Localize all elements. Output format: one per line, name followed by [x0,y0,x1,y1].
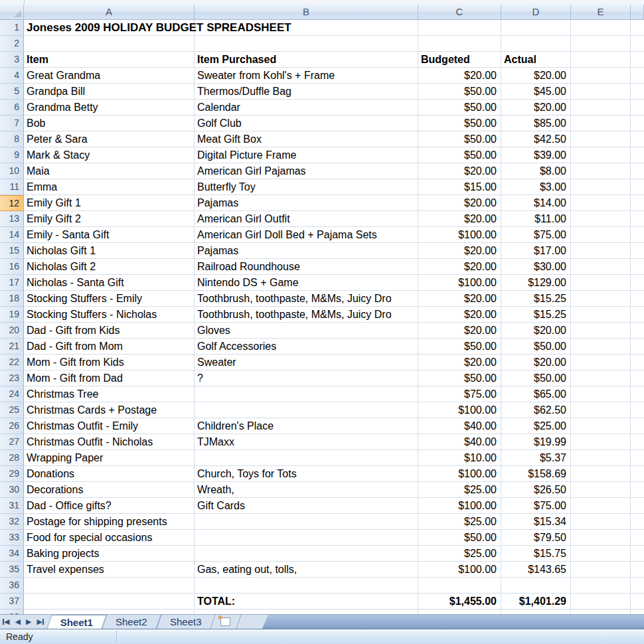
cell-A8[interactable]: Peter & Sara [24,131,195,147]
cell-A36[interactable] [24,578,195,594]
cell-E25[interactable] [571,402,631,418]
column-header-a[interactable]: A [24,5,195,20]
cell-B36[interactable] [195,578,418,594]
cell-B15[interactable]: Pajamas [195,243,418,259]
cell-A27[interactable]: Christmas Outfit - Nicholas [24,434,195,450]
cell-C36[interactable] [418,578,501,594]
cell-B31[interactable]: Gift Cards [195,498,418,514]
cell-A23[interactable]: Mom - Gift from Dad [24,370,195,386]
cell-F26[interactable] [631,418,644,434]
row-header-25[interactable]: 25 [0,402,24,418]
cell-D10[interactable]: $8.00 [501,163,571,179]
cell-F35[interactable] [631,562,644,578]
cell-B29[interactable]: Church, Toys for Tots [195,466,418,482]
cell-A15[interactable]: Nicholas Gift 1 [24,243,195,259]
cell-B28[interactable] [195,450,418,466]
cell-D24[interactable]: $65.00 [501,386,571,402]
cell-B12[interactable]: Pajamas [195,195,418,211]
row-header-3[interactable]: 3 [0,52,24,68]
cell-B2[interactable] [195,36,418,52]
cell-B19[interactable]: Toothbrush, toothpaste, M&Ms, Juicy Dro [195,307,418,323]
row-header-6[interactable]: 6 [0,100,24,116]
cell-F3[interactable] [631,52,644,68]
cell-F20[interactable] [631,323,644,339]
cell-D15[interactable]: $17.00 [501,243,571,259]
cell-F36[interactable] [631,578,644,594]
cell-E36[interactable] [571,578,631,594]
cell-C35[interactable]: $100.00 [418,562,501,578]
row-header-22[interactable]: 22 [0,355,24,370]
cell-E3[interactable] [571,52,631,68]
cell-B16[interactable]: Railroad Roundhouse [195,259,418,275]
cell-A11[interactable]: Emma [24,179,195,195]
cell-E15[interactable] [571,243,631,259]
row-header-36[interactable]: 36 [0,578,24,594]
row-header-7[interactable]: 7 [0,116,24,131]
cell-F7[interactable] [631,116,644,131]
cell-F2[interactable] [631,36,644,52]
cell-B33[interactable] [195,530,418,546]
row-header-30[interactable]: 30 [0,482,24,498]
cell-A4[interactable]: Great Grandma [24,68,195,84]
cell-E21[interactable] [571,339,631,355]
cell-F19[interactable] [631,307,644,323]
cell-F22[interactable] [631,355,644,370]
cell-E35[interactable] [571,562,631,578]
cell-E23[interactable] [571,370,631,386]
cell-A2[interactable] [24,36,195,52]
cell-F16[interactable] [631,259,644,275]
cell-D2[interactable] [501,36,571,52]
row-header-35[interactable]: 35 [0,562,24,578]
cell-B25[interactable] [195,402,418,418]
cell-F29[interactable] [631,466,644,482]
cell-A25[interactable]: Christmas Cards + Postage [24,402,195,418]
row-header-38[interactable]: 38 [0,609,24,614]
cell-D1[interactable] [501,20,571,36]
cell-F24[interactable] [631,386,644,402]
cell-D36[interactable] [501,578,571,594]
cell-D14[interactable]: $75.00 [501,227,571,243]
cell-B26[interactable]: Children's Place [195,418,418,434]
cell-C10[interactable]: $20.00 [418,163,501,179]
cell-C28[interactable]: $10.00 [418,450,501,466]
cell-C6[interactable]: $50.00 [418,100,501,116]
tab-sheet1[interactable]: Sheet1 [46,615,106,629]
cell-B21[interactable]: Golf Accessories [195,339,418,355]
cell-D16[interactable]: $30.00 [501,259,571,275]
cell-A32[interactable]: Postage for shipping presents [24,514,195,530]
cell-D8[interactable]: $42.50 [501,131,571,147]
cell-B14[interactable]: American Girl Doll Bed + Pajama Sets [195,227,418,243]
row-header-18[interactable]: 18 [0,291,24,307]
cell-E20[interactable] [571,323,631,339]
column-header-f-partial[interactable] [631,5,644,20]
cell-D11[interactable]: $3.00 [501,179,571,195]
row-header-16[interactable]: 16 [0,259,24,275]
cell-F25[interactable] [631,402,644,418]
cell-C1[interactable] [418,20,501,36]
cell-E38[interactable] [571,609,631,614]
row-header-27[interactable]: 27 [0,434,24,450]
cell-D19[interactable]: $15.25 [501,307,571,323]
cell-E34[interactable] [571,546,631,562]
cell-F10[interactable] [631,163,644,179]
row-header-5[interactable]: 5 [0,84,24,100]
cell-A24[interactable]: Christmas Tree [24,386,195,402]
cell-B10[interactable]: American Girl Pajamas [195,163,418,179]
cell-A17[interactable]: Nicholas - Santa Gift [24,275,195,291]
cell-E13[interactable] [571,211,631,227]
cell-B4[interactable]: Sweater from Kohl's + Frame [195,68,418,84]
cell-E27[interactable] [571,434,631,450]
row-header-1[interactable]: 1 [0,20,24,36]
cell-C26[interactable]: $40.00 [418,418,501,434]
cell-C15[interactable]: $20.00 [418,243,501,259]
cell-F37[interactable] [631,594,644,609]
cell-A12[interactable]: Emily Gift 1 [24,195,195,211]
cell-A7[interactable]: Bob [24,116,195,131]
cell-E33[interactable] [571,530,631,546]
cell-D38[interactable] [501,609,571,614]
row-header-32[interactable]: 32 [0,514,24,530]
insert-worksheet-button[interactable]: ✶ [210,615,242,629]
cell-E2[interactable] [571,36,631,52]
cell-C38[interactable] [418,609,501,614]
cell-E5[interactable] [571,84,631,100]
